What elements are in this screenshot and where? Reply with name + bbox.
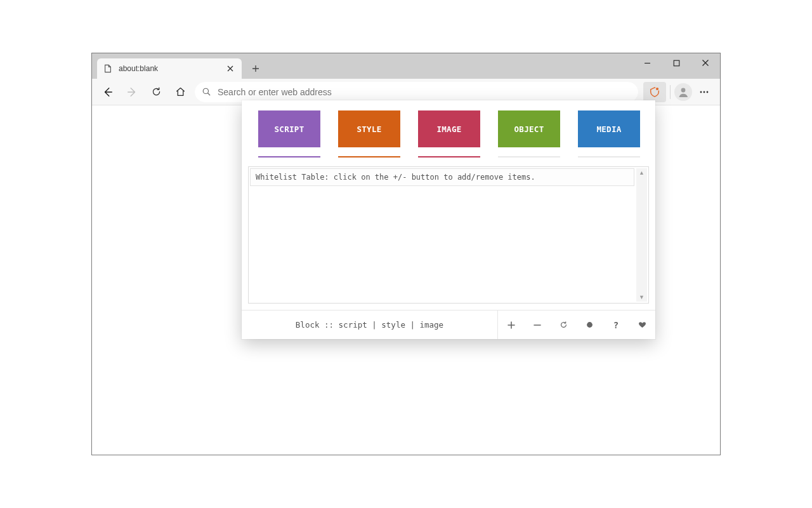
footer-actions: ? — [498, 311, 655, 339]
tab-title: about:blank — [119, 64, 219, 73]
tab-close-button[interactable] — [225, 64, 235, 74]
popup-footer: Block :: script | style | image ? — [242, 310, 655, 339]
profile-avatar[interactable] — [674, 83, 692, 101]
extension-popup: SCRIPT STYLE IMAGE OBJECT MEDIA Wh — [242, 100, 655, 339]
tab-image[interactable]: IMAGE — [418, 110, 480, 147]
window-controls — [632, 53, 720, 72]
svg-point-1 — [203, 88, 208, 93]
svg-point-6 — [707, 91, 709, 93]
record-button[interactable] — [581, 316, 599, 334]
browser-tab[interactable]: about:blank — [97, 58, 242, 79]
svg-point-7 — [587, 322, 593, 328]
tab-object[interactable]: OBJECT — [498, 110, 560, 147]
maximize-button[interactable] — [662, 53, 691, 72]
svg-rect-0 — [674, 60, 679, 66]
menu-button[interactable] — [692, 81, 716, 103]
address-bar[interactable] — [195, 82, 638, 102]
favorite-button[interactable] — [633, 316, 651, 334]
whitelist-scrollbar[interactable]: ▲ ▼ — [636, 168, 647, 302]
tab-script-underline — [258, 156, 320, 157]
category-tabs: SCRIPT STYLE IMAGE OBJECT MEDIA — [242, 100, 655, 157]
block-status: Block :: script | style | image — [242, 311, 498, 339]
tab-image-underline — [418, 156, 480, 157]
tab-script[interactable]: SCRIPT — [258, 110, 320, 147]
reload-button[interactable] — [144, 81, 168, 103]
svg-point-4 — [700, 91, 702, 93]
tab-media[interactable]: MEDIA — [578, 110, 640, 147]
search-icon — [202, 87, 211, 97]
titlebar: about:blank — [92, 53, 720, 79]
svg-point-3 — [681, 88, 686, 92]
scroll-up-icon[interactable]: ▲ — [639, 170, 645, 176]
tab-media-underline — [578, 156, 640, 157]
home-button[interactable] — [168, 81, 192, 103]
whitelist-area: Whitelist Table: click on the +/- button… — [248, 166, 649, 304]
tab-style[interactable]: STYLE — [338, 110, 400, 147]
scroll-down-icon[interactable]: ▼ — [639, 294, 645, 300]
popup-main: Whitelist Table: click on the +/- button… — [242, 157, 655, 310]
minimize-button[interactable] — [632, 53, 662, 72]
svg-point-5 — [704, 91, 705, 93]
browser-window: about:blank — [91, 53, 721, 455]
toolbar-separator — [670, 85, 671, 99]
extension-button[interactable] — [643, 82, 666, 102]
page-icon — [103, 64, 112, 73]
back-button[interactable] — [96, 81, 120, 103]
help-button[interactable]: ? — [607, 316, 625, 334]
svg-point-2 — [655, 87, 658, 90]
whitelist-info: Whitelist Table: click on the +/- button… — [250, 168, 634, 186]
tab-style-underline — [338, 156, 400, 157]
new-tab-button[interactable] — [247, 60, 265, 77]
remove-button[interactable] — [528, 316, 546, 334]
refresh-button[interactable] — [554, 316, 572, 334]
address-input[interactable] — [218, 87, 631, 97]
forward-button[interactable] — [120, 81, 144, 103]
tab-object-underline — [498, 156, 560, 157]
close-window-button[interactable] — [691, 53, 720, 72]
add-button[interactable] — [502, 316, 520, 334]
